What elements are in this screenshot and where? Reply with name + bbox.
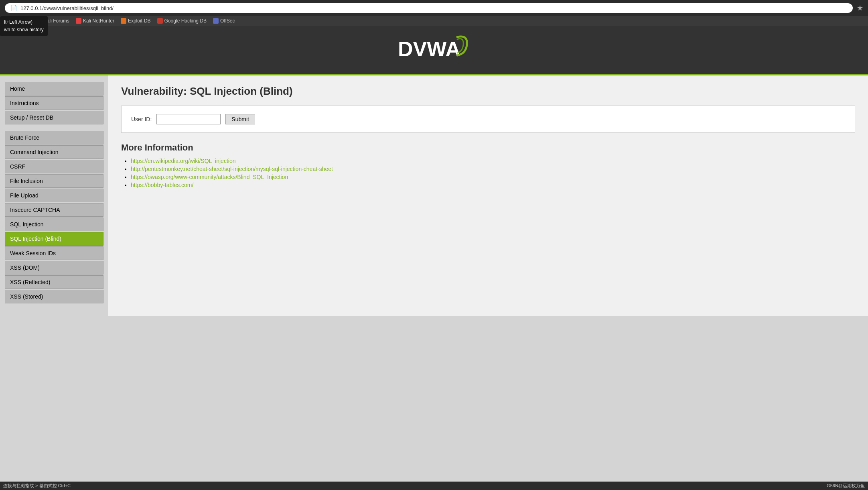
more-info-link-1[interactable]: https://en.wikipedia.org/wiki/SQL_inject… bbox=[131, 158, 235, 164]
address-bar[interactable]: 📄 127.0.0.1/dvwa/vulnerabilities/sqli_bl… bbox=[5, 3, 853, 13]
more-info-list: https://en.wikipedia.org/wiki/SQL_inject… bbox=[121, 158, 855, 188]
kali-nethunter-label: Kali NetHunter bbox=[83, 18, 114, 24]
dvwa-logo-svg: DVWA bbox=[398, 34, 470, 62]
sidebar-item-instructions[interactable]: Instructions bbox=[5, 96, 103, 110]
submit-button[interactable]: Submit bbox=[225, 114, 255, 124]
sidebar-vuln-section: Brute Force Command Injection CSRF File … bbox=[5, 131, 103, 303]
address-text: 127.0.0.1/dvwa/vulnerabilities/sqli_blin… bbox=[20, 5, 114, 11]
kali-nethunter-icon bbox=[76, 18, 81, 24]
google-hacking-label: Google Hacking DB bbox=[164, 18, 207, 24]
exploit-db-icon bbox=[121, 18, 126, 24]
page-wrapper: lt+Left Arrow) wn to show history 📄 127.… bbox=[0, 0, 868, 316]
bookmark-exploit-db[interactable]: Exploit-DB bbox=[121, 18, 151, 24]
sidebar-item-xss-dom[interactable]: XSS (DOM) bbox=[5, 261, 103, 274]
tooltip-line2: wn to show history bbox=[4, 26, 44, 34]
exploit-db-label: Exploit-DB bbox=[128, 18, 151, 24]
bookmark-kali-nethunter[interactable]: Kali NetHunter bbox=[76, 18, 114, 24]
list-item: https://bobby-tables.com/ bbox=[131, 182, 855, 188]
offsec-icon bbox=[213, 18, 219, 24]
page-title: Vulnerability: SQL Injection (Blind) bbox=[121, 85, 855, 98]
tooltip-line1: lt+Left Arrow) bbox=[4, 18, 44, 26]
google-hacking-icon bbox=[157, 18, 163, 24]
sidebar-item-command-injection[interactable]: Command Injection bbox=[5, 145, 103, 159]
sidebar-item-setup[interactable]: Setup / Reset DB bbox=[5, 111, 103, 124]
more-info-title: More Information bbox=[121, 142, 855, 153]
sidebar-item-home[interactable]: Home bbox=[5, 82, 103, 96]
sidebar-divider bbox=[5, 128, 103, 131]
user-id-form: User ID: Submit bbox=[121, 106, 855, 133]
user-id-label: User ID: bbox=[131, 116, 152, 122]
sidebar-item-csrf[interactable]: CSRF bbox=[5, 160, 103, 173]
user-id-input[interactable] bbox=[156, 114, 221, 124]
sidebar-item-file-upload[interactable]: File Upload bbox=[5, 189, 103, 202]
sidebar-top-section: Home Instructions Setup / Reset DB bbox=[5, 82, 103, 124]
sidebar-item-weak-session-ids[interactable]: Weak Session IDs bbox=[5, 246, 103, 260]
sidebar-item-xss-stored[interactable]: XSS (Stored) bbox=[5, 290, 103, 303]
page-shield-icon: 📄 bbox=[10, 5, 17, 11]
sidebar-item-xss-reflected[interactable]: XSS (Reflected) bbox=[5, 275, 103, 289]
dvwa-header: DVWA bbox=[0, 26, 868, 75]
sidebar-item-file-inclusion[interactable]: File Inclusion bbox=[5, 174, 103, 188]
offsec-label: OffSec bbox=[220, 18, 235, 24]
content-area: Vulnerability: SQL Injection (Blind) Use… bbox=[108, 75, 868, 316]
list-item: https://owasp.org/www-community/attacks/… bbox=[131, 174, 855, 180]
dvwa-logo-text: DVWA bbox=[398, 34, 470, 66]
bookmark-google-hacking[interactable]: Google Hacking DB bbox=[157, 18, 207, 24]
tooltip-overlay: lt+Left Arrow) wn to show history bbox=[0, 16, 48, 36]
more-info-link-4[interactable]: https://bobby-tables.com/ bbox=[131, 182, 193, 188]
dvwa-logo: DVWA bbox=[398, 34, 470, 66]
bookmark-star-icon[interactable]: ★ bbox=[857, 4, 863, 12]
bookmarks-bar: Tools ▸ Docs Kali Forums Kali NetHunter … bbox=[0, 16, 868, 26]
sidebar-item-sql-injection-blind[interactable]: SQL Injection (Blind) bbox=[5, 232, 103, 246]
sidebar: Home Instructions Setup / Reset DB Brute… bbox=[0, 75, 108, 316]
list-item: http://pentestmonkey.net/cheat-sheet/sql… bbox=[131, 166, 855, 172]
browser-chrome: lt+Left Arrow) wn to show history 📄 127.… bbox=[0, 0, 868, 16]
sidebar-item-insecure-captcha[interactable]: Insecure CAPTCHA bbox=[5, 203, 103, 217]
sidebar-item-sql-injection[interactable]: SQL Injection bbox=[5, 218, 103, 231]
bookmark-offsec[interactable]: OffSec bbox=[213, 18, 235, 24]
list-item: https://en.wikipedia.org/wiki/SQL_inject… bbox=[131, 158, 855, 164]
sidebar-item-brute-force[interactable]: Brute Force bbox=[5, 131, 103, 144]
more-info-link-2[interactable]: http://pentestmonkey.net/cheat-sheet/sql… bbox=[131, 166, 333, 172]
more-info-link-3[interactable]: https://owasp.org/www-community/attacks/… bbox=[131, 174, 288, 180]
main-layout: Home Instructions Setup / Reset DB Brute… bbox=[0, 75, 868, 316]
svg-text:DVWA: DVWA bbox=[398, 37, 460, 61]
